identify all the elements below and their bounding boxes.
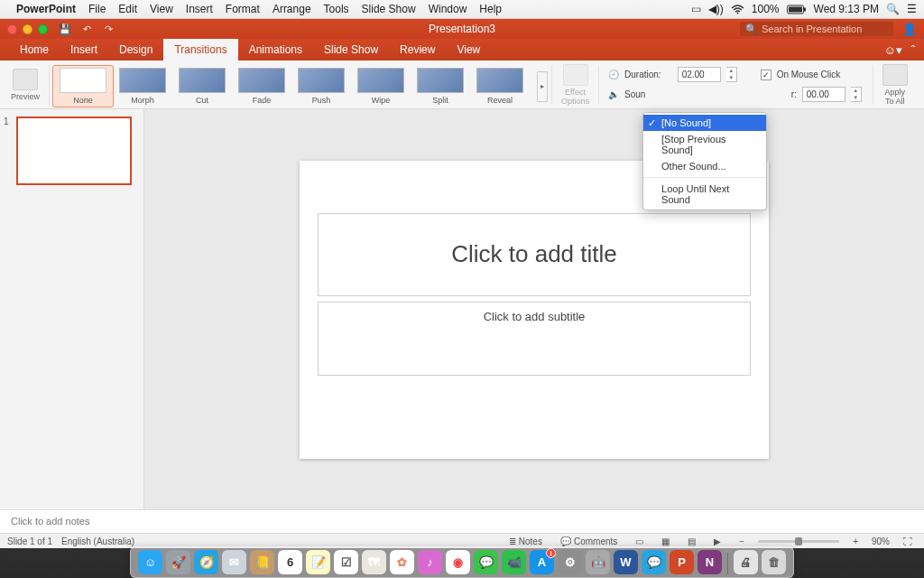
dock-messages-icon[interactable]: 💬 (474, 550, 498, 574)
qat-redo-icon[interactable]: ↷ (100, 22, 116, 36)
sound-option-other[interactable]: Other Sound... (643, 158, 766, 174)
clock[interactable]: Wed 9:13 PM (814, 3, 879, 15)
sound-option-loop[interactable]: Loop Until Next Sound (643, 181, 766, 208)
feedback-icon[interactable]: ☺▾ (883, 43, 901, 57)
dock-skype-icon[interactable]: 💬 (642, 550, 666, 574)
timing-group: 🕘 Duration: 02.00▲▼ 🔈 Soun [No Sound] [S… (608, 67, 737, 103)
tab-design[interactable]: Design (108, 39, 163, 61)
dock-printer-icon[interactable]: 🖨 (734, 550, 758, 574)
slide-canvas[interactable]: Click to add title Click to add subtitle (144, 109, 924, 509)
comments-toggle[interactable]: 💬 Comments (556, 536, 622, 546)
tab-insert[interactable]: Insert (60, 39, 108, 61)
view-sorter-icon[interactable]: ▦ (657, 536, 674, 546)
battery-icon[interactable] (787, 5, 807, 14)
app-menu[interactable]: PowerPoint (16, 3, 76, 15)
transition-cut[interactable]: Cut (172, 66, 232, 107)
notes-toggle[interactable]: ≣ Notes (504, 536, 547, 546)
menu-edit[interactable]: Edit (118, 3, 137, 15)
after-input[interactable]: 00.00 (802, 87, 845, 102)
fit-to-window-icon[interactable]: ⛶ (899, 536, 917, 546)
transition-none[interactable]: None (53, 66, 113, 107)
account-icon[interactable]: 👤 (902, 23, 917, 36)
sound-option-stop-previous[interactable]: [Stop Previous Sound] (643, 131, 766, 158)
dock-launchpad-icon[interactable]: 🚀 (166, 550, 190, 574)
tab-transitions[interactable]: Transitions (163, 39, 237, 61)
view-normal-icon[interactable]: ▭ (631, 536, 648, 546)
zoom-in-button[interactable]: + (848, 536, 863, 546)
transition-morph[interactable]: Morph (113, 66, 172, 107)
qat-undo-icon[interactable]: ↶ (79, 22, 95, 36)
gallery-expand-button[interactable]: ▸ (537, 71, 548, 102)
wifi-icon[interactable] (731, 5, 744, 14)
dock-photos-icon[interactable]: ✿ (390, 550, 414, 574)
fullscreen-button[interactable] (38, 24, 48, 34)
effect-options-button[interactable]: Effect Options (556, 61, 595, 108)
subtitle-placeholder[interactable]: Click to add subtitle (318, 302, 751, 376)
duration-spinner[interactable]: ▲▼ (726, 67, 737, 82)
menu-extras-icon[interactable]: ☰ (907, 3, 917, 15)
menu-slideshow[interactable]: Slide Show (362, 3, 416, 15)
view-slideshow-icon[interactable]: ▶ (709, 536, 725, 546)
transition-fade[interactable]: Fade (232, 66, 291, 107)
dock-mail-icon[interactable]: ✉ (222, 550, 246, 574)
menu-arrange[interactable]: Arrange (273, 3, 311, 15)
menu-help[interactable]: Help (479, 3, 502, 15)
menu-view[interactable]: View (150, 3, 173, 15)
minimize-button[interactable] (23, 24, 32, 34)
tab-view[interactable]: View (446, 39, 491, 61)
menu-insert[interactable]: Insert (186, 3, 213, 15)
status-language[interactable]: English (Australia) (61, 536, 134, 546)
spotlight-icon[interactable]: 🔍 (886, 3, 900, 15)
dock-automator-icon[interactable]: 🤖 (586, 550, 610, 574)
tab-home[interactable]: Home (9, 39, 60, 61)
transition-reveal[interactable]: Reveal (470, 66, 530, 107)
slide-thumbnail-1[interactable]: 1 (7, 117, 136, 185)
menu-window[interactable]: Window (429, 3, 467, 15)
dock-trash-icon[interactable]: 🗑 (762, 550, 786, 574)
dock-maps-icon[interactable]: 🗺 (362, 550, 386, 574)
preview-button[interactable]: Preview (5, 61, 45, 108)
title-placeholder[interactable]: Click to add title (318, 213, 751, 296)
dock-word-icon[interactable]: W (614, 550, 638, 574)
dock-sysprefs-icon[interactable]: ⚙ (558, 550, 582, 574)
slide-thumbnails-pane[interactable]: 1 (0, 109, 144, 509)
dock-contacts-icon[interactable]: 📒 (250, 550, 274, 574)
dock-appstore-icon[interactable]: A1 (530, 550, 554, 574)
dock-safari-icon[interactable]: 🧭 (194, 550, 218, 574)
dock-itunes-icon[interactable]: ♪ (418, 550, 442, 574)
apply-to-all-button[interactable]: Apply To All (877, 61, 913, 108)
dock-powerpoint-icon[interactable]: P (670, 550, 694, 574)
close-button[interactable] (7, 24, 17, 34)
volume-icon[interactable]: ◀)) (708, 3, 724, 15)
badge: 1 (546, 548, 556, 558)
tab-review[interactable]: Review (389, 39, 446, 61)
qat-save-icon[interactable]: 💾 (57, 22, 73, 36)
screenshare-icon[interactable]: ▭ (691, 3, 701, 15)
dock-finder-icon[interactable]: ☺ (138, 550, 162, 574)
dock-reminders-icon[interactable]: ☑ (334, 550, 358, 574)
transition-wipe[interactable]: Wipe (351, 66, 411, 107)
dock-notes-icon[interactable]: 📝 (306, 550, 330, 574)
duration-input[interactable]: 02.00 (678, 67, 721, 82)
notes-pane[interactable]: Click to add notes (0, 509, 924, 533)
menu-format[interactable]: Format (226, 3, 260, 15)
menu-tools[interactable]: Tools (324, 3, 349, 15)
search-presentation[interactable]: 🔍 Search in Presentation (740, 22, 893, 36)
after-spinner[interactable]: ▲▼ (851, 87, 862, 102)
ribbon-collapse-icon[interactable]: ˆ (911, 43, 915, 57)
dock-onenote-icon[interactable]: N (698, 550, 722, 574)
zoom-out-button[interactable]: − (735, 536, 749, 546)
zoom-slider[interactable] (758, 540, 839, 543)
tab-slideshow[interactable]: Slide Show (313, 39, 389, 61)
on-mouse-click-checkbox[interactable]: ✓ (761, 70, 772, 80)
transition-split[interactable]: Split (411, 66, 470, 107)
zoom-percent[interactable]: 90% (872, 536, 890, 546)
dock-chrome-icon[interactable]: ◉ (446, 550, 470, 574)
transition-push[interactable]: Push (291, 66, 351, 107)
tab-animations[interactable]: Animations (238, 39, 313, 61)
dock-facetime-icon[interactable]: 📹 (502, 550, 526, 574)
dock-calendar-icon[interactable]: 6 (278, 550, 302, 574)
sound-option-no-sound[interactable]: [No Sound] (643, 115, 766, 131)
menu-file[interactable]: File (88, 3, 106, 15)
view-reading-icon[interactable]: ▤ (683, 536, 700, 546)
